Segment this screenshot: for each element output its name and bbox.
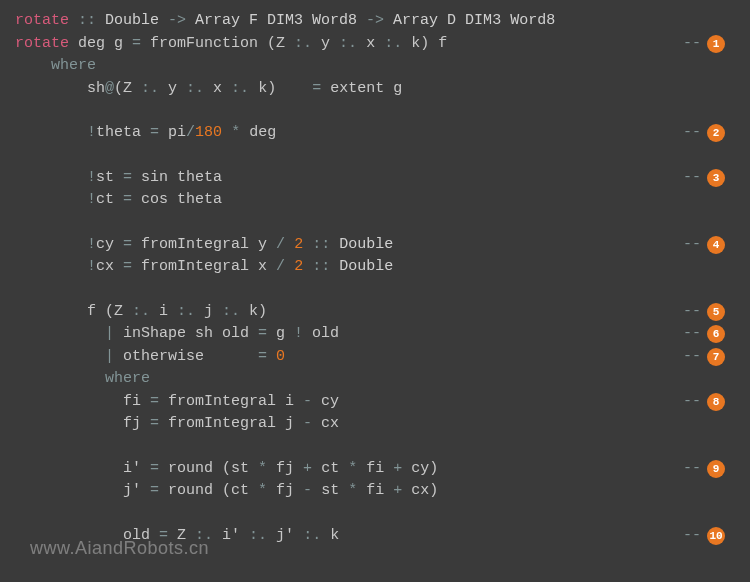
code-line: i' = round (st * fj + ct * fi + cy)--9 [15,458,735,481]
code-line [15,212,735,234]
code-content: j' = round (ct * fj - st * fi + cx) [15,480,735,503]
code-content: !ct = cos theta [15,189,735,212]
code-line: f (Z :. i :. j :. k)--5 [15,301,735,324]
annotation-badge: 9 [707,460,725,478]
code-content: where [15,368,735,391]
annotation-dashes: -- [683,301,701,324]
code-content: | inShape sh old = g ! old [15,323,683,346]
code-line: rotate deg g = fromFunction (Z :. y :. x… [15,33,735,56]
annotation-badge: 7 [707,348,725,366]
code-line: fj = fromIntegral j - cx [15,413,735,436]
code-line: !cy = fromIntegral y / 2 :: Double--4 [15,234,735,257]
code-line [15,100,735,122]
code-line: !cx = fromIntegral x / 2 :: Double [15,256,735,279]
annotation-badge: 8 [707,393,725,411]
code-content: !st = sin theta [15,167,683,190]
code-line: | otherwise = 0--7 [15,346,735,369]
annotation-badge: 3 [707,169,725,187]
annotation-dashes: -- [683,346,701,369]
code-line: sh@(Z :. y :. x :. k) = extent g [15,78,735,101]
line-annotation: --2 [683,122,735,145]
annotation-dashes: -- [683,167,701,190]
line-annotation: --8 [683,391,735,414]
annotation-dashes: -- [683,122,701,145]
line-annotation: --4 [683,234,735,257]
code-content: where [15,55,735,78]
annotation-badge: 10 [707,527,725,545]
annotation-badge: 2 [707,124,725,142]
line-annotation: --5 [683,301,735,324]
code-line: where [15,368,735,391]
annotation-dashes: -- [683,391,701,414]
line-annotation: --10 [683,525,735,548]
code-content: fj = fromIntegral j - cx [15,413,735,436]
code-content: i' = round (st * fj + ct * fi + cy) [15,458,683,481]
annotation-dashes: -- [683,525,701,548]
code-content: rotate deg g = fromFunction (Z :. y :. x… [15,33,683,56]
watermark-text: www.AiandRobots.cn [30,535,209,562]
code-block: rotate :: Double -> Array F DIM3 Word8 -… [15,10,735,547]
annotation-dashes: -- [683,234,701,257]
code-line: | inShape sh old = g ! old--6 [15,323,735,346]
code-content: !cx = fromIntegral x / 2 :: Double [15,256,735,279]
code-line [15,436,735,458]
line-annotation: --1 [683,33,735,56]
code-content: | otherwise = 0 [15,346,683,369]
annotation-badge: 5 [707,303,725,321]
code-content: rotate :: Double -> Array F DIM3 Word8 -… [15,10,735,33]
annotation-badge: 1 [707,35,725,53]
code-line: !theta = pi/180 * deg--2 [15,122,735,145]
line-annotation: --6 [683,323,735,346]
code-line [15,145,735,167]
annotation-badge: 4 [707,236,725,254]
line-annotation: --9 [683,458,735,481]
code-line [15,279,735,301]
code-line: j' = round (ct * fj - st * fi + cx) [15,480,735,503]
code-line: where [15,55,735,78]
line-annotation: --7 [683,346,735,369]
annotation-dashes: -- [683,458,701,481]
code-content: !cy = fromIntegral y / 2 :: Double [15,234,683,257]
code-content: fi = fromIntegral i - cy [15,391,683,414]
code-line: !ct = cos theta [15,189,735,212]
code-content: !theta = pi/180 * deg [15,122,683,145]
annotation-badge: 6 [707,325,725,343]
code-line [15,503,735,525]
code-content: f (Z :. i :. j :. k) [15,301,683,324]
code-content: sh@(Z :. y :. x :. k) = extent g [15,78,735,101]
annotation-dashes: -- [683,33,701,56]
code-line: fi = fromIntegral i - cy--8 [15,391,735,414]
code-line: !st = sin theta--3 [15,167,735,190]
code-line: rotate :: Double -> Array F DIM3 Word8 -… [15,10,735,33]
line-annotation: --3 [683,167,735,190]
annotation-dashes: -- [683,323,701,346]
